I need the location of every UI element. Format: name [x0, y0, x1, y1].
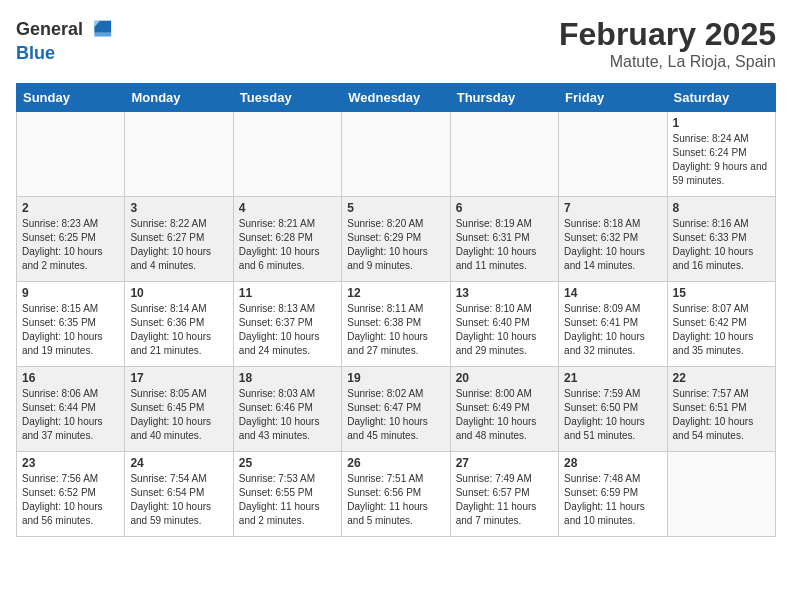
table-row: [233, 112, 341, 197]
day-info: Sunrise: 8:10 AMSunset: 6:40 PMDaylight:…: [456, 302, 553, 358]
day-number: 5: [347, 201, 444, 215]
col-sunday: Sunday: [17, 84, 125, 112]
table-row: 20Sunrise: 8:00 AMSunset: 6:49 PMDayligh…: [450, 367, 558, 452]
day-number: 24: [130, 456, 227, 470]
table-row: 25Sunrise: 7:53 AMSunset: 6:55 PMDayligh…: [233, 452, 341, 537]
table-row: 22Sunrise: 7:57 AMSunset: 6:51 PMDayligh…: [667, 367, 775, 452]
table-row: [450, 112, 558, 197]
day-info: Sunrise: 7:54 AMSunset: 6:54 PMDaylight:…: [130, 472, 227, 528]
table-row: 14Sunrise: 8:09 AMSunset: 6:41 PMDayligh…: [559, 282, 667, 367]
logo-blue-text: Blue: [16, 44, 113, 64]
day-number: 11: [239, 286, 336, 300]
day-number: 10: [130, 286, 227, 300]
day-number: 22: [673, 371, 770, 385]
table-row: [559, 112, 667, 197]
day-number: 26: [347, 456, 444, 470]
calendar-header-row: Sunday Monday Tuesday Wednesday Thursday…: [17, 84, 776, 112]
table-row: 8Sunrise: 8:16 AMSunset: 6:33 PMDaylight…: [667, 197, 775, 282]
table-row: 5Sunrise: 8:20 AMSunset: 6:29 PMDaylight…: [342, 197, 450, 282]
day-number: 13: [456, 286, 553, 300]
day-info: Sunrise: 7:59 AMSunset: 6:50 PMDaylight:…: [564, 387, 661, 443]
day-info: Sunrise: 8:00 AMSunset: 6:49 PMDaylight:…: [456, 387, 553, 443]
day-info: Sunrise: 7:49 AMSunset: 6:57 PMDaylight:…: [456, 472, 553, 528]
day-info: Sunrise: 8:16 AMSunset: 6:33 PMDaylight:…: [673, 217, 770, 273]
day-info: Sunrise: 8:13 AMSunset: 6:37 PMDaylight:…: [239, 302, 336, 358]
table-row: 15Sunrise: 8:07 AMSunset: 6:42 PMDayligh…: [667, 282, 775, 367]
day-info: Sunrise: 8:15 AMSunset: 6:35 PMDaylight:…: [22, 302, 119, 358]
day-number: 21: [564, 371, 661, 385]
table-row: 27Sunrise: 7:49 AMSunset: 6:57 PMDayligh…: [450, 452, 558, 537]
table-row: [342, 112, 450, 197]
logo-icon: [85, 16, 113, 44]
day-info: Sunrise: 7:57 AMSunset: 6:51 PMDaylight:…: [673, 387, 770, 443]
day-info: Sunrise: 8:24 AMSunset: 6:24 PMDaylight:…: [673, 132, 770, 188]
table-row: 24Sunrise: 7:54 AMSunset: 6:54 PMDayligh…: [125, 452, 233, 537]
day-info: Sunrise: 8:23 AMSunset: 6:25 PMDaylight:…: [22, 217, 119, 273]
table-row: 13Sunrise: 8:10 AMSunset: 6:40 PMDayligh…: [450, 282, 558, 367]
table-row: 16Sunrise: 8:06 AMSunset: 6:44 PMDayligh…: [17, 367, 125, 452]
table-row: 17Sunrise: 8:05 AMSunset: 6:45 PMDayligh…: [125, 367, 233, 452]
col-friday: Friday: [559, 84, 667, 112]
day-info: Sunrise: 8:09 AMSunset: 6:41 PMDaylight:…: [564, 302, 661, 358]
day-info: Sunrise: 8:18 AMSunset: 6:32 PMDaylight:…: [564, 217, 661, 273]
table-row: 3Sunrise: 8:22 AMSunset: 6:27 PMDaylight…: [125, 197, 233, 282]
day-number: 14: [564, 286, 661, 300]
day-info: Sunrise: 8:20 AMSunset: 6:29 PMDaylight:…: [347, 217, 444, 273]
day-number: 3: [130, 201, 227, 215]
calendar-week-row: 2Sunrise: 8:23 AMSunset: 6:25 PMDaylight…: [17, 197, 776, 282]
day-info: Sunrise: 8:22 AMSunset: 6:27 PMDaylight:…: [130, 217, 227, 273]
col-wednesday: Wednesday: [342, 84, 450, 112]
day-number: 28: [564, 456, 661, 470]
day-number: 12: [347, 286, 444, 300]
col-tuesday: Tuesday: [233, 84, 341, 112]
title-block: February 2025 Matute, La Rioja, Spain: [559, 16, 776, 71]
table-row: 18Sunrise: 8:03 AMSunset: 6:46 PMDayligh…: [233, 367, 341, 452]
day-number: 7: [564, 201, 661, 215]
day-number: 20: [456, 371, 553, 385]
day-info: Sunrise: 8:06 AMSunset: 6:44 PMDaylight:…: [22, 387, 119, 443]
day-info: Sunrise: 8:14 AMSunset: 6:36 PMDaylight:…: [130, 302, 227, 358]
day-number: 4: [239, 201, 336, 215]
day-info: Sunrise: 8:21 AMSunset: 6:28 PMDaylight:…: [239, 217, 336, 273]
table-row: [125, 112, 233, 197]
day-number: 23: [22, 456, 119, 470]
day-info: Sunrise: 7:56 AMSunset: 6:52 PMDaylight:…: [22, 472, 119, 528]
day-info: Sunrise: 7:51 AMSunset: 6:56 PMDaylight:…: [347, 472, 444, 528]
day-info: Sunrise: 8:05 AMSunset: 6:45 PMDaylight:…: [130, 387, 227, 443]
logo-general-text: General: [16, 20, 83, 40]
day-number: 1: [673, 116, 770, 130]
table-row: 10Sunrise: 8:14 AMSunset: 6:36 PMDayligh…: [125, 282, 233, 367]
table-row: 4Sunrise: 8:21 AMSunset: 6:28 PMDaylight…: [233, 197, 341, 282]
month-title: February 2025: [559, 16, 776, 53]
table-row: 19Sunrise: 8:02 AMSunset: 6:47 PMDayligh…: [342, 367, 450, 452]
table-row: 12Sunrise: 8:11 AMSunset: 6:38 PMDayligh…: [342, 282, 450, 367]
day-info: Sunrise: 8:07 AMSunset: 6:42 PMDaylight:…: [673, 302, 770, 358]
col-saturday: Saturday: [667, 84, 775, 112]
day-number: 19: [347, 371, 444, 385]
calendar-week-row: 23Sunrise: 7:56 AMSunset: 6:52 PMDayligh…: [17, 452, 776, 537]
logo: General Blue: [16, 16, 113, 64]
day-number: 18: [239, 371, 336, 385]
table-row: 26Sunrise: 7:51 AMSunset: 6:56 PMDayligh…: [342, 452, 450, 537]
svg-marker-1: [94, 33, 111, 37]
day-number: 2: [22, 201, 119, 215]
page-header: General Blue February 2025 Matute, La Ri…: [16, 16, 776, 71]
table-row: 11Sunrise: 8:13 AMSunset: 6:37 PMDayligh…: [233, 282, 341, 367]
table-row: 23Sunrise: 7:56 AMSunset: 6:52 PMDayligh…: [17, 452, 125, 537]
calendar-week-row: 1Sunrise: 8:24 AMSunset: 6:24 PMDaylight…: [17, 112, 776, 197]
table-row: 6Sunrise: 8:19 AMSunset: 6:31 PMDaylight…: [450, 197, 558, 282]
day-number: 17: [130, 371, 227, 385]
day-info: Sunrise: 8:03 AMSunset: 6:46 PMDaylight:…: [239, 387, 336, 443]
day-info: Sunrise: 8:19 AMSunset: 6:31 PMDaylight:…: [456, 217, 553, 273]
day-info: Sunrise: 8:02 AMSunset: 6:47 PMDaylight:…: [347, 387, 444, 443]
table-row: [667, 452, 775, 537]
table-row: 9Sunrise: 8:15 AMSunset: 6:35 PMDaylight…: [17, 282, 125, 367]
col-thursday: Thursday: [450, 84, 558, 112]
day-number: 16: [22, 371, 119, 385]
table-row: 21Sunrise: 7:59 AMSunset: 6:50 PMDayligh…: [559, 367, 667, 452]
table-row: [17, 112, 125, 197]
col-monday: Monday: [125, 84, 233, 112]
day-number: 6: [456, 201, 553, 215]
day-info: Sunrise: 7:53 AMSunset: 6:55 PMDaylight:…: [239, 472, 336, 528]
day-number: 8: [673, 201, 770, 215]
